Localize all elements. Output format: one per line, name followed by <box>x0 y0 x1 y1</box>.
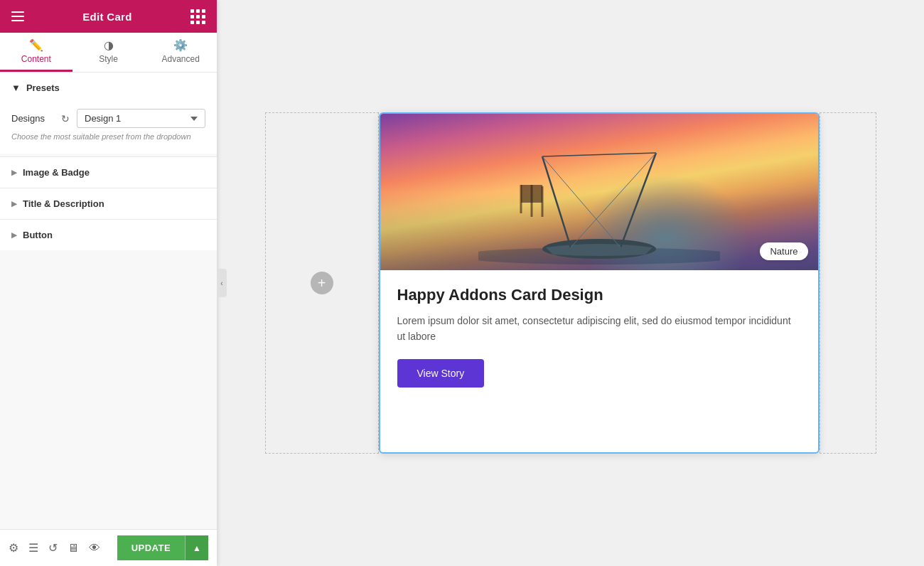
update-btn-group: UPDATE ▲ <box>117 535 208 560</box>
panel-tabs: ✏️ Content ◑ Style ⚙️ Advanced <box>0 33 217 73</box>
image-badge-label: Image & Badge <box>23 167 90 178</box>
monitor-icon[interactable]: 🖥 <box>68 542 79 555</box>
panel-footer: ⚙ ☰ ↺ 🖥 👁 UPDATE ▲ <box>0 529 217 566</box>
tab-advanced[interactable]: ⚙️ Advanced <box>144 33 217 72</box>
image-badge-section: ▶ Image & Badge <box>0 156 217 188</box>
canvas-left-col: + <box>265 112 379 454</box>
tab-style[interactable]: ◑ Style <box>72 33 145 72</box>
image-badge-header[interactable]: ▶ Image & Badge <box>0 157 217 188</box>
add-section-button[interactable]: + <box>311 272 333 294</box>
panel-body: ▼ Presets Designs ↻ Design 1 Design 2 De… <box>0 73 217 529</box>
svg-line-6 <box>571 153 656 247</box>
refresh-icon[interactable]: ↻ <box>61 113 70 124</box>
presets-section: ▼ Presets Designs ↻ Design 1 Design 2 De… <box>0 73 217 154</box>
card-description: Lorem ipsum dolor sit amet, consectetur … <box>397 313 801 345</box>
settings-icon[interactable]: ⚙ <box>9 541 18 555</box>
button-section: ▶ Button <box>0 219 217 250</box>
canvas-right-col <box>820 112 876 454</box>
tab-style-label: Style <box>99 54 118 64</box>
svg-line-4 <box>542 153 656 156</box>
card-body: Happy Addons Card Design Lorem ipsum dol… <box>380 270 818 452</box>
left-panel: Edit Card ✏️ Content ◑ Style ⚙️ Advanced… <box>0 0 217 566</box>
menu-icon[interactable] <box>11 11 24 21</box>
svg-line-5 <box>542 156 621 247</box>
main-canvas: + <box>217 0 924 566</box>
panel-header: Edit Card <box>0 0 217 33</box>
svg-line-2 <box>542 156 571 247</box>
eye-icon[interactable]: 👁 <box>89 542 100 555</box>
card-image-wrap: Nature <box>380 114 818 270</box>
pencil-icon: ✏️ <box>29 40 43 51</box>
update-caret-button[interactable]: ▲ <box>185 535 208 560</box>
card-image <box>380 114 818 270</box>
layers-icon[interactable]: ☰ <box>28 541 38 555</box>
designs-row: Designs ↻ Design 1 Design 2 Design 3 <box>0 103 217 131</box>
presets-header[interactable]: ▼ Presets <box>0 73 217 103</box>
arrow-icon-3: ▶ <box>11 231 17 239</box>
canvas-area: + <box>265 112 876 454</box>
collapse-icon: ‹ <box>220 279 222 287</box>
title-description-label: Title & Description <box>23 198 104 209</box>
collapse-handle[interactable]: ‹ <box>217 269 227 297</box>
designs-hint: Choose the most suitable preset from the… <box>0 131 217 148</box>
chevron-icon: ▼ <box>11 82 21 93</box>
arrow-icon: ▶ <box>11 169 17 176</box>
tab-advanced-label: Advanced <box>161 54 199 64</box>
gear-icon: ⚙️ <box>173 40 188 51</box>
card-title: Happy Addons Card Design <box>397 286 801 304</box>
designs-label: Designs <box>11 113 54 124</box>
history-icon[interactable]: ↺ <box>48 541 58 555</box>
footer-icons: ⚙ ☰ ↺ 🖥 👁 <box>9 541 100 555</box>
update-button[interactable]: UPDATE <box>117 535 185 560</box>
card-badge: Nature <box>760 242 807 260</box>
title-description-section: ▶ Title & Description <box>0 188 217 219</box>
designs-select[interactable]: Design 1 Design 2 Design 3 <box>77 109 205 128</box>
svg-line-3 <box>621 153 656 247</box>
button-header[interactable]: ▶ Button <box>0 220 217 250</box>
style-icon: ◑ <box>104 40 114 51</box>
card-widget: Nature Happy Addons Card Design Lorem ip… <box>379 112 820 454</box>
arrow-icon-2: ▶ <box>11 200 17 208</box>
grid-icon[interactable] <box>190 9 205 24</box>
panel-title: Edit Card <box>82 11 131 23</box>
boat-svg <box>478 142 720 270</box>
button-section-label: Button <box>23 230 53 240</box>
card-view-button[interactable]: View Story <box>397 359 485 388</box>
presets-label: Presets <box>26 82 60 93</box>
title-description-header[interactable]: ▶ Title & Description <box>0 188 217 219</box>
tab-content-label: Content <box>21 54 51 64</box>
tab-content[interactable]: ✏️ Content <box>0 33 72 72</box>
